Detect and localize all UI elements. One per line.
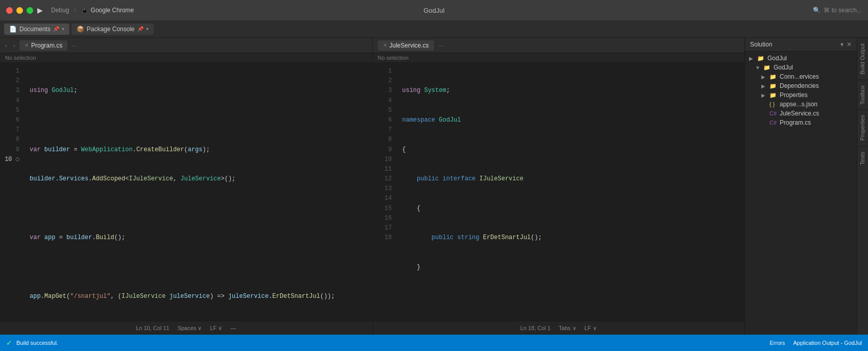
run-button[interactable]: ▶ (37, 6, 43, 14)
right-panel-tabs: Build Output Toolbox Properties Tests (857, 38, 868, 335)
left-nav-forward[interactable]: › (11, 41, 17, 50)
tree-arrow-dependencies: ▶ (761, 83, 767, 89)
tab-documents[interactable]: 📄 Documents 📌 ▾ (4, 24, 69, 35)
breadcrumb-separator: › (73, 7, 77, 14)
left-indentation[interactable]: Spaces ∨ (178, 325, 202, 332)
right-tab-bar: ✕ JuleService.cs ··· (373, 38, 745, 53)
errors-button[interactable]: Errors (770, 340, 785, 346)
left-code-area[interactable]: 1 2 3 4 5 6 7 8 9 10 ◌ using GodJu (0, 62, 372, 321)
folder-icon-godjul: 📁 (763, 64, 771, 71)
window-title: GodJul (423, 7, 444, 14)
right-selection-bar: No selection (373, 53, 745, 62)
left-editor-tab[interactable]: ✕ Program.cs (19, 40, 67, 51)
tree-item-godjul[interactable]: ▼ 📁 GodJul (745, 63, 857, 72)
folder-icon-godjul-root: 📁 (757, 55, 765, 62)
right-editor-tab[interactable]: ✕ JuleService.cs (378, 40, 434, 51)
tree-label-juleservice: JuleService.cs (780, 110, 819, 117)
tab-package-icon: 📦 (77, 26, 84, 33)
tab-package-dropdown[interactable]: ▾ (146, 26, 149, 32)
search-icon: 🔍 (813, 7, 821, 14)
build-status-text: Build successful. (16, 340, 58, 346)
right-tab-label: JuleService.cs (390, 42, 429, 49)
tab-package-console[interactable]: 📦 Package Console 📌 ▾ (71, 24, 154, 35)
left-tab-bar: ‹ › ✕ Program.cs ··· (0, 38, 372, 53)
left-nav-back[interactable]: ‹ (3, 41, 9, 50)
browser-label: Google Chrome (91, 7, 134, 14)
left-position[interactable]: Ln 10, Col 11 (136, 325, 169, 331)
status-left: ✓ Build successful. (6, 339, 58, 347)
left-pane-more[interactable]: ··· (69, 41, 80, 50)
folder-icon-connservices: 📁 (769, 74, 778, 80)
right-pane-more[interactable]: ··· (436, 41, 446, 50)
tab-pin-icon: 📌 (53, 26, 59, 32)
editors-container: ‹ › ✕ Program.cs ··· No selection 1 (0, 38, 744, 335)
status-bar: ✓ Build successful. Errors Application O… (0, 335, 868, 351)
solution-sidebar: Solution ▾ ✕ ▶ 📁 GodJul ▼ 📁 GodJul (744, 38, 857, 335)
panel-properties[interactable]: Properties (857, 109, 868, 146)
sidebar-header-controls: ▾ ✕ (840, 41, 852, 48)
left-selection-bar: No selection (0, 53, 372, 62)
debug-label: Debug (51, 7, 69, 14)
app-window: ▶ Debug › 📱 Google Chrome GodJul 🔍 ⌘ to … (0, 0, 868, 351)
tree-item-appsettings[interactable]: { } appse...s.json (745, 100, 857, 109)
panel-tests[interactable]: Tests (857, 146, 868, 170)
tree-item-godjul-root[interactable]: ▶ 📁 GodJul (745, 54, 857, 63)
debug-controls: Debug › 📱 Google Chrome (51, 7, 134, 14)
right-selection-text: No selection (378, 55, 409, 61)
browser-target[interactable]: 📱 Google Chrome (81, 7, 134, 14)
right-code-area[interactable]: 1 2 3 4 5 6 7 8 9 10 11 12 13 (373, 62, 745, 321)
tab-dropdown-icon[interactable]: ▾ (62, 26, 64, 32)
right-position[interactable]: Ln 18, Col 1 (520, 325, 550, 331)
sidebar-dropdown-icon[interactable]: ▾ (840, 41, 843, 48)
tree-label-godjul-root: GodJul (767, 55, 787, 62)
left-tab-close[interactable]: ✕ (25, 42, 29, 48)
right-line-numbers: 1 2 3 4 5 6 7 8 9 10 11 12 13 (373, 62, 398, 321)
tab-package-label: Package Console (87, 26, 135, 33)
left-selection-text: No selection (5, 55, 36, 61)
tree-label-appsettings: appse...s.json (780, 101, 817, 108)
tree-item-program[interactable]: C# Program.cs (745, 118, 857, 127)
minimize-button[interactable] (16, 7, 23, 14)
tree-item-properties[interactable]: ▶ 📁 Properties (745, 90, 857, 100)
left-tab-label: Program.cs (31, 42, 62, 49)
tab-documents-icon: 📄 (9, 26, 17, 33)
output-button[interactable]: Application Output - GodJul (793, 340, 862, 346)
left-editor-pane: ‹ › ✕ Program.cs ··· No selection 1 (0, 38, 373, 321)
top-tab-bar: 📄 Documents 📌 ▾ 📦 Package Console 📌 ▾ (0, 20, 868, 38)
search-placeholder: ⌘ to search... (824, 7, 862, 14)
right-editor-pane: ✕ JuleService.cs ··· No selection 1 2 3 (373, 38, 745, 321)
right-tab-close[interactable]: ✕ (383, 42, 387, 48)
right-code-content[interactable]: using System; namespace GodJul { public … (398, 62, 745, 321)
tree-arrow-godjul: ▼ (755, 65, 761, 71)
panel-build-output[interactable]: Build Output (857, 38, 868, 80)
tree-label-dependencies: Dependencies (780, 82, 819, 89)
folder-icon-dependencies: 📁 (769, 83, 778, 89)
tree-label-godjul: GodJul (774, 64, 793, 71)
panel-toolbox[interactable]: Toolbox (857, 80, 868, 110)
left-status-dash: — (230, 325, 236, 331)
close-button[interactable] (6, 7, 13, 14)
left-editor-status: Ln 10, Col 11 Spaces ∨ LF ∨ — (0, 321, 373, 335)
right-editor-status: Ln 18, Col 1 Tabs ∨ LF ∨ (373, 321, 745, 335)
file-cs-icon-juleservice: C# (769, 110, 778, 116)
tree-item-connservices[interactable]: ▶ 📁 Conn...ervices (745, 72, 857, 81)
title-bar: ▶ Debug › 📱 Google Chrome GodJul 🔍 ⌘ to … (0, 0, 868, 20)
file-json-icon: { } (769, 101, 778, 107)
tree-label-program: Program.cs (780, 119, 811, 126)
sidebar-close-icon[interactable]: ✕ (847, 41, 852, 48)
tree-arrow-connservices: ▶ (761, 74, 767, 80)
status-right: Errors Application Output - GodJul (770, 340, 862, 346)
solution-tree: ▶ 📁 GodJul ▼ 📁 GodJul ▶ 📁 Conn...ervices… (745, 52, 857, 335)
right-line-ending[interactable]: LF ∨ (585, 325, 597, 332)
tree-item-dependencies[interactable]: ▶ 📁 Dependencies (745, 81, 857, 90)
tree-item-juleservice[interactable]: C# JuleService.cs (745, 109, 857, 118)
tab-package-pin: 📌 (137, 26, 143, 32)
build-check-icon: ✓ (6, 339, 12, 347)
maximize-button[interactable] (27, 7, 33, 14)
left-code-content[interactable]: using GodJul; var builder = WebApplicati… (26, 62, 372, 321)
sidebar-header: Solution ▾ ✕ (745, 38, 857, 52)
tree-label-properties: Properties (780, 91, 808, 99)
search-area[interactable]: 🔍 ⌘ to search... (813, 7, 862, 14)
left-line-ending[interactable]: LF ∨ (210, 325, 222, 332)
right-indentation[interactable]: Tabs ∨ (559, 325, 576, 332)
